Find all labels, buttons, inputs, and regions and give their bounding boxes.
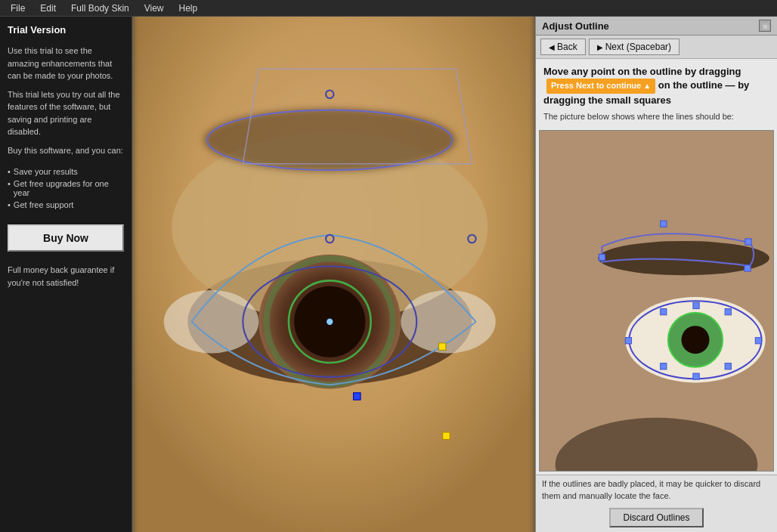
panel-title: Adjust Outline [542, 20, 609, 32]
canvas-area[interactable] [132, 17, 535, 532]
bullet-save: • Save your results [8, 167, 124, 176]
svg-rect-37 [661, 308, 667, 314]
svg-point-26 [598, 241, 769, 275]
bullet-support: • Get free support [8, 200, 124, 209]
left-panel: Trial Version Use this trial to see the … [0, 17, 132, 532]
menu-view[interactable]: View [137, 2, 172, 15]
preview-image-area [539, 130, 774, 472]
trial-version-title: Trial Version [8, 24, 124, 36]
back-arrow-icon: ◀ [549, 43, 555, 51]
bullet-support-label: Get free support [14, 200, 74, 209]
svg-rect-28 [599, 254, 605, 260]
bullet-upgrades: • Get free upgrades for one year [8, 179, 124, 197]
discard-button-area: Discard Outlines [536, 505, 777, 532]
trial-description-1: Use this trial to see the amazing enhanc… [8, 45, 124, 82]
instruction-subtitle: The picture below shows where the lines … [543, 112, 769, 121]
buy-intro-text: Buy this software, and you can: [8, 144, 124, 157]
next-button[interactable]: ▶ Next (Spacebar) [589, 39, 679, 55]
guarantee-text: Full money back guarantee if you're not … [8, 264, 124, 289]
menu-fullbodyskin[interactable]: Full Body Skin [63, 2, 137, 15]
next-arrow-icon: ▶ [597, 43, 603, 51]
svg-rect-31 [661, 221, 667, 227]
back-label: Back [557, 42, 577, 52]
right-panel-header: Adjust Outline ▣ [536, 17, 777, 36]
menu-edit[interactable]: Edit [33, 2, 63, 15]
feature-list: • Save your results • Get free upgrades … [8, 167, 124, 212]
svg-point-7 [164, 290, 258, 354]
bullet-save-label: Save your results [14, 167, 78, 176]
buy-now-button[interactable]: Buy Now [8, 224, 124, 252]
maximize-button[interactable]: ▣ [759, 20, 771, 32]
svg-point-3 [203, 109, 456, 172]
next-label: Next (Spacebar) [605, 42, 671, 52]
svg-rect-39 [661, 363, 667, 369]
back-button[interactable]: ◀ Back [540, 39, 586, 55]
svg-rect-34 [755, 337, 761, 343]
svg-rect-15 [443, 432, 450, 439]
right-panel: Adjust Outline ▣ ◀ Back ▶ Next (Spacebar… [535, 17, 777, 532]
bottom-instructions: If the outlines are badly placed, it may… [536, 475, 777, 505]
bullet-upgrades-label: Get free upgrades for one year [14, 179, 124, 197]
svg-rect-13 [438, 343, 445, 350]
press-next-tooltip: Press Next to continue [546, 79, 655, 93]
svg-point-8 [401, 290, 495, 354]
svg-rect-40 [725, 363, 731, 369]
menu-file[interactable]: File [3, 2, 33, 15]
svg-rect-29 [745, 239, 751, 245]
instruction-text: Move any point on the outline by draggin… [543, 65, 769, 107]
svg-point-12 [327, 319, 333, 325]
svg-point-25 [681, 326, 709, 354]
svg-rect-33 [625, 337, 631, 343]
preview-svg [540, 131, 773, 471]
instruction-area: Move any point on the outline by draggin… [536, 59, 777, 130]
svg-rect-30 [744, 265, 751, 271]
eye-canvas-svg [132, 17, 535, 532]
svg-rect-38 [725, 308, 731, 314]
navigation-buttons: ◀ Back ▶ Next (Spacebar) [536, 36, 777, 59]
discard-outlines-button[interactable]: Discard Outlines [609, 508, 703, 527]
svg-rect-36 [693, 373, 699, 379]
svg-rect-35 [693, 302, 699, 308]
trial-description-2: This trial lets you try out all the feat… [8, 88, 124, 138]
menu-bar: File Edit Full Body Skin View Help [0, 0, 777, 17]
svg-rect-17 [354, 393, 361, 400]
menu-help[interactable]: Help [172, 2, 206, 15]
